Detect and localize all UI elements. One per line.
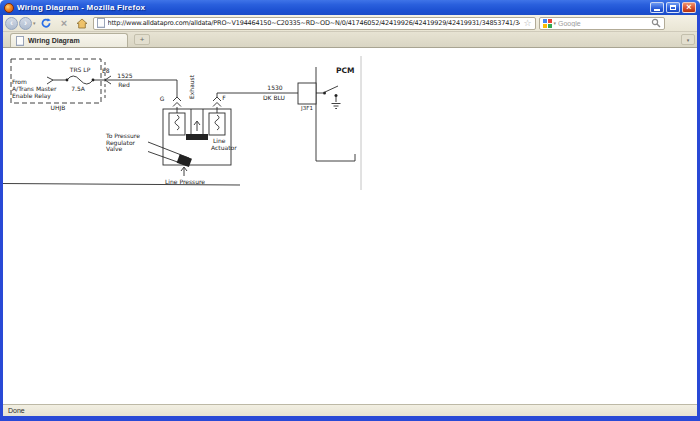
search-engine-dropdown-icon[interactable]: ▾ — [554, 17, 557, 30]
url-input[interactable] — [108, 18, 521, 29]
label-uhjb: UHJB — [51, 104, 66, 112]
label-from3: Enable Relay — [12, 92, 51, 100]
label-terminal-f: F — [222, 94, 226, 101]
window-title: Wiring Diagram - Mozilla Firefox — [17, 3, 145, 12]
tab-page-icon — [16, 36, 24, 46]
minimize-icon — [654, 9, 660, 11]
minimize-button[interactable] — [650, 2, 664, 13]
maximize-icon — [670, 5, 676, 10]
search-icon[interactable] — [651, 18, 661, 28]
label-exhaust: Exhaust — [188, 74, 195, 99]
bookmark-star-icon[interactable]: ☆ — [523, 18, 531, 29]
tab-bar: Wiring Diagram + ▾ — [3, 32, 697, 48]
label-wire-1525: 1525 — [117, 72, 132, 79]
search-input[interactable] — [558, 18, 649, 29]
new-tab-button[interactable]: + — [134, 34, 150, 45]
back-icon: ‹ — [10, 18, 13, 28]
stop-button[interactable]: × — [57, 17, 72, 30]
page-favicon-icon — [97, 18, 105, 28]
search-box: ▾ — [539, 17, 666, 30]
label-from: From — [12, 78, 27, 85]
label-fuse-rating: 7.5A — [71, 85, 86, 92]
close-icon: × — [686, 3, 691, 12]
history-dropdown-button[interactable]: ▾ — [33, 17, 36, 30]
label-actuator2: Actuator — [211, 144, 237, 151]
tab-label: Wiring Diagram — [28, 37, 80, 44]
label-pin-e8: E8 — [102, 67, 110, 74]
firefox-icon — [4, 3, 14, 13]
home-button[interactable] — [75, 17, 90, 30]
status-bar: Done — [3, 404, 697, 416]
home-icon — [76, 18, 88, 29]
browser-window: Wiring Diagram - Mozilla Firefox × ‹ › ▾… — [0, 0, 700, 421]
list-all-tabs-button[interactable]: ▾ — [681, 34, 695, 45]
label-wire-1530-color: DK BLU — [263, 94, 285, 101]
close-button[interactable]: × — [682, 2, 696, 13]
wiring-diagram: From A/Trans Master Enable Relay UHJB TR… — [3, 48, 383, 193]
page-content: From A/Trans Master Enable Relay UHJB TR… — [3, 48, 697, 404]
label-j3f1: J3F1 — [300, 105, 313, 112]
navigation-toolbar: ‹ › ▾ × ☆ ▾ — [3, 15, 697, 32]
maximize-button[interactable] — [666, 2, 680, 13]
back-button[interactable]: ‹ — [5, 17, 18, 30]
label-from2: A/Trans Master — [12, 85, 57, 92]
status-text: Done — [8, 407, 25, 414]
label-line-pressure: Line Pressure — [165, 178, 205, 185]
reload-icon — [40, 17, 52, 29]
label-pcm: PCM — [336, 66, 354, 75]
forward-button[interactable]: › — [19, 17, 32, 30]
label-fuse-name: TRS LP — [69, 66, 91, 73]
google-logo-icon[interactable] — [543, 19, 552, 28]
label-wire-1530: 1530 — [267, 84, 282, 91]
label-regulator3: Valve — [106, 145, 123, 152]
label-wire-1525-color: Red — [118, 81, 130, 88]
reload-button[interactable] — [39, 17, 54, 30]
stop-icon: × — [61, 18, 67, 29]
tab-wiring-diagram[interactable]: Wiring Diagram — [10, 33, 128, 47]
forward-icon: › — [24, 18, 27, 28]
label-terminal-g: G — [160, 95, 165, 102]
label-actuator1: Line — [213, 137, 226, 144]
window-border-bottom — [0, 416, 700, 421]
url-bar: ☆ — [93, 17, 536, 30]
title-bar: Wiring Diagram - Mozilla Firefox × — [0, 0, 700, 15]
